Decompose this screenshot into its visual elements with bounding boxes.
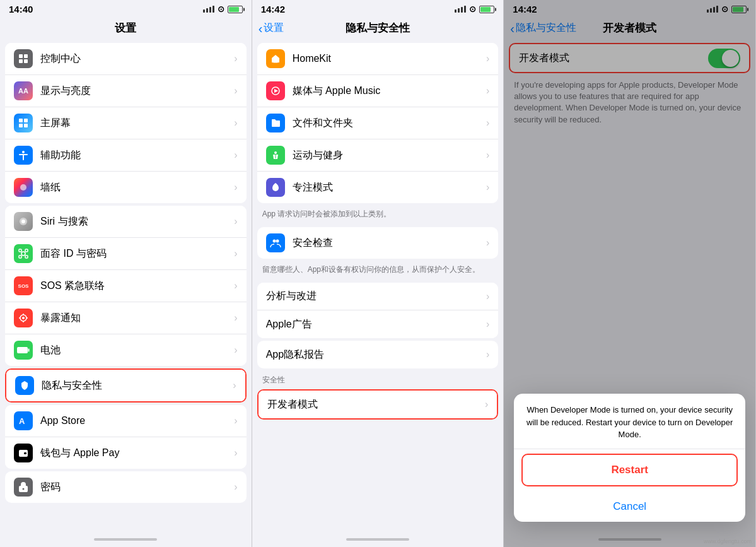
homescreen-icon	[14, 114, 33, 132]
analytics-arrow: ›	[486, 291, 489, 302]
settings-item-homescreen[interactable]: 主屏幕 ›	[5, 107, 247, 139]
svg-point-29	[23, 488, 25, 490]
health-arrow: ›	[486, 150, 489, 161]
appstore-icon: A	[14, 411, 33, 430]
accessibility-arrow: ›	[234, 150, 237, 161]
privacy-item-appleads[interactable]: Apple广告 ›	[257, 310, 499, 338]
privacy-panel: 14:42 ⊙ ‹ 设置 隐私与安全性	[252, 0, 504, 547]
svg-point-11	[21, 220, 25, 223]
health-label: 运动与健身	[293, 149, 486, 162]
settings-item-battery[interactable]: 电池 ›	[5, 334, 247, 366]
dialog-overlay: When Developer Mode is turned on, your d…	[504, 0, 755, 547]
homescreen-arrow: ›	[234, 117, 237, 129]
display-icon: AA	[14, 81, 33, 100]
settings-item-sos[interactable]: SOS SOS 紧急联络 ›	[5, 270, 247, 302]
developer-panel: 14:42 ⊙ ‹ 隐私与安全性 开发者模式 开发者模式	[504, 0, 756, 547]
nav-bar-1: 设置	[0, 17, 252, 40]
wallet-label: 钱包与 Apple Pay	[40, 447, 234, 460]
settings-item-appstore[interactable]: A App Store ›	[5, 405, 247, 437]
svg-rect-14	[19, 256, 21, 258]
settings-item-privacy[interactable]: 隐私与安全性 ›	[6, 370, 245, 401]
settings-item-accessibility[interactable]: 辅助功能 ›	[5, 139, 247, 172]
back-button-2[interactable]: ‹ 设置	[259, 21, 284, 35]
settings-list-1: 控制中心 › AA 显示与亮度 › 主屏幕 ›	[0, 40, 252, 534]
back-label-2: 设置	[264, 21, 284, 35]
cancel-button[interactable]: Cancel	[514, 491, 745, 522]
health-icon	[266, 146, 285, 165]
settings-card-2: Siri 与搜索 › 面容 ID 与密码 › SOS SOS 紧急联络 ›	[5, 206, 247, 366]
wallpaper-label: 墙纸	[40, 181, 234, 194]
homescreen-label: 主屏幕	[40, 117, 234, 130]
status-icons-1: ⊙	[203, 4, 243, 14]
media-arrow: ›	[486, 85, 489, 97]
settings-item-faceid[interactable]: 面容 ID 与密码 ›	[5, 238, 247, 270]
svg-rect-27	[24, 452, 26, 454]
privacy-item-safety[interactable]: 安全检查 ›	[257, 227, 499, 259]
safety-arrow: ›	[486, 237, 489, 249]
focus-icon	[266, 178, 285, 197]
privacy-card-1: HomeKit › 媒体与 Apple Music › 文件和文件夹 ›	[257, 43, 499, 203]
restart-button[interactable]: Restart	[521, 454, 738, 486]
privacy-label: 隐私与安全性	[42, 379, 233, 392]
svg-rect-6	[19, 124, 23, 127]
security-section-label: 安全性	[252, 371, 504, 388]
sos-icon: SOS	[14, 276, 33, 295]
settings-card-4: 密码 ›	[5, 471, 247, 503]
focus-arrow: ›	[486, 182, 489, 193]
wifi-icon-2: ⊙	[469, 4, 476, 14]
faceid-icon	[14, 244, 33, 263]
developer-mode-arrow: ›	[485, 399, 488, 410]
svg-rect-4	[19, 119, 23, 122]
sos-label: SOS 紧急联络	[40, 279, 234, 293]
dialog-message: When Developer Mode is turned on, your d…	[514, 394, 745, 449]
svg-point-18	[22, 317, 25, 319]
privacy-item-analytics[interactable]: 分析与改进 ›	[257, 283, 499, 310]
time-1: 14:40	[9, 4, 33, 15]
dialog-divider	[514, 449, 745, 449]
faceid-label: 面容 ID 与密码	[40, 247, 234, 261]
analytics-card: 分析与改进 › Apple广告 ›	[257, 283, 499, 338]
svg-point-35	[272, 240, 276, 243]
settings-item-display[interactable]: AA 显示与亮度 ›	[5, 75, 247, 107]
settings-item-exposure[interactable]: 暴露通知 ›	[5, 302, 247, 334]
privacy-item-report[interactable]: App隐私报告 ›	[257, 341, 499, 368]
settings-item-wallpaper[interactable]: 墙纸 ›	[5, 172, 247, 203]
svg-rect-7	[24, 124, 28, 127]
settings-item-wallet[interactable]: 钱包与 Apple Pay ›	[5, 437, 247, 469]
privacy-item-focus[interactable]: 专注模式 ›	[257, 172, 499, 203]
exposure-icon	[14, 309, 33, 327]
privacy-item-health[interactable]: 运动与健身 ›	[257, 139, 499, 172]
svg-rect-2	[19, 59, 23, 63]
accessibility-icon	[14, 146, 33, 165]
watermark: www.dgfengtu.com	[704, 538, 752, 544]
settings-item-control-center[interactable]: 控制中心 ›	[5, 43, 247, 75]
accessibility-label: 辅助功能	[40, 149, 234, 162]
privacy-item-files[interactable]: 文件和文件夹 ›	[257, 107, 499, 139]
homekit-icon	[266, 49, 285, 68]
passcode-label: 密码	[40, 481, 234, 494]
nav-bar-2: ‹ 设置 隐私与安全性	[252, 17, 504, 40]
status-bar-2: 14:42 ⊙	[252, 0, 504, 17]
signal-icon	[203, 6, 214, 13]
settings-item-siri[interactable]: Siri 与搜索 ›	[5, 206, 247, 238]
svg-rect-0	[19, 54, 23, 58]
siri-arrow: ›	[234, 216, 237, 227]
wallpaper-arrow: ›	[234, 182, 237, 193]
display-label: 显示与亮度	[40, 85, 234, 98]
svg-rect-23	[17, 347, 28, 353]
media-label: 媒体与 Apple Music	[293, 85, 486, 98]
files-icon	[266, 114, 285, 132]
privacy-item-media[interactable]: 媒体与 Apple Music ›	[257, 75, 499, 107]
control-center-arrow: ›	[234, 53, 237, 64]
svg-point-36	[276, 240, 279, 243]
svg-point-8	[22, 151, 25, 153]
svg-rect-24	[28, 349, 30, 352]
settings-item-passcode[interactable]: 密码 ›	[5, 471, 247, 503]
files-arrow: ›	[486, 117, 489, 129]
privacy-item-developer[interactable]: 开发者模式 ›	[259, 391, 497, 418]
exposure-label: 暴露通知	[40, 312, 234, 325]
privacy-highlight-container: 隐私与安全性 ›	[5, 368, 247, 403]
privacy-title: 隐私与安全性	[346, 21, 410, 35]
privacy-item-homekit[interactable]: HomeKit ›	[257, 43, 499, 75]
svg-rect-5	[24, 119, 28, 122]
